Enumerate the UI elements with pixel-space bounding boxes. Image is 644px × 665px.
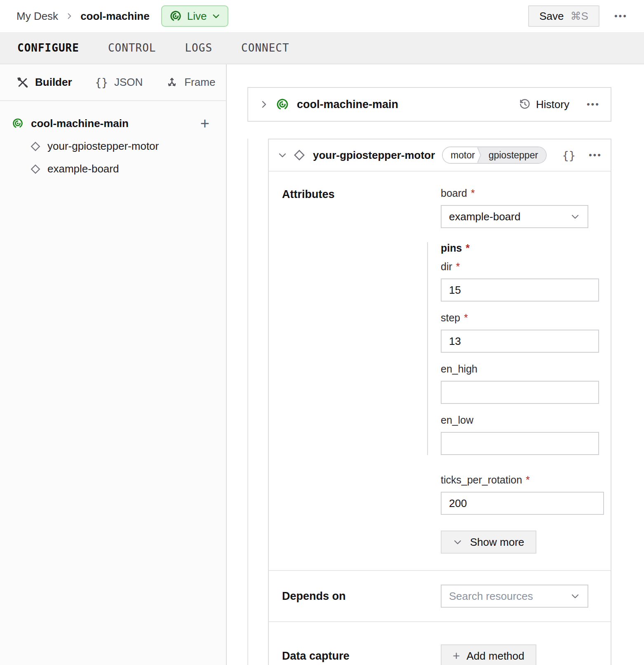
tree-item-gpiostepper-motor-label: your-gpiostepper-motor <box>47 140 159 153</box>
attributes-heading: Attributes <box>282 187 441 554</box>
topbar-actions: Save ⌘S ••• <box>528 5 628 27</box>
viam-logo-icon <box>169 9 182 23</box>
part-more-menu-button[interactable]: ••• <box>587 100 600 109</box>
en-high-field-label: en_high <box>441 363 605 375</box>
machine-part-title: cool-machine-main <box>297 98 398 111</box>
expand-part-chevron-button[interactable] <box>259 99 269 109</box>
required-marker: * <box>526 474 530 486</box>
component-json-toggle-button[interactable]: {} <box>562 150 576 161</box>
data-capture-section: Data capture + Add method <box>269 622 611 665</box>
tree-item-machine-main[interactable]: cool-machine-main + <box>12 112 211 135</box>
resource-tree: cool-machine-main + your-gpiostepper-mot… <box>0 101 226 180</box>
en-low-input[interactable] <box>441 432 599 455</box>
step-field-label: step * <box>441 312 605 324</box>
en-high-field: en_high <box>441 363 605 404</box>
component-diamond-icon <box>293 149 306 162</box>
en-high-input[interactable] <box>441 381 599 404</box>
show-more-label: Show more <box>470 536 524 549</box>
machine-nav-tabs: CONFIGURE CONTROL LOGS CONNECT <box>0 32 644 64</box>
pins-group-label: pins * <box>441 242 605 254</box>
view-tab-frame[interactable]: Frame <box>166 76 215 89</box>
builder-tools-icon <box>16 76 29 89</box>
step-input[interactable] <box>441 330 599 353</box>
tab-configure[interactable]: CONFIGURE <box>17 42 79 54</box>
breadcrumb-my-desk[interactable]: My Desk <box>16 10 58 23</box>
component-model-label: gpiostepper <box>484 147 546 163</box>
save-shortcut-hint: ⌘S <box>571 10 588 23</box>
add-component-button[interactable]: + <box>199 116 211 131</box>
content-area: Builder {} JSON Frame <box>0 64 644 665</box>
attributes-section: Attributes board * example-board <box>269 172 611 570</box>
en-low-field: en_low <box>441 414 605 455</box>
required-marker: * <box>464 312 468 324</box>
depends-on-heading: Depends on <box>282 590 441 603</box>
save-button[interactable]: Save ⌘S <box>528 5 599 27</box>
view-tab-builder[interactable]: Builder <box>16 76 72 89</box>
dir-field: dir * <box>441 261 605 302</box>
breadcrumb-separator-icon <box>65 12 73 20</box>
save-button-label: Save <box>539 10 564 23</box>
depends-on-section: Depends on Search resources <box>269 571 611 621</box>
board-select-value: example-board <box>449 210 570 223</box>
config-view-tabs: Builder {} JSON Frame <box>0 64 226 101</box>
badge-chevron-divider <box>477 147 484 163</box>
breadcrumb-machine-name: cool-machine <box>80 10 150 23</box>
depends-on-placeholder: Search resources <box>449 590 570 603</box>
required-marker: * <box>471 187 475 199</box>
machine-more-menu-button[interactable]: ••• <box>614 12 628 21</box>
dir-field-label: dir * <box>441 261 605 273</box>
frame-axes-icon <box>166 76 178 89</box>
chevron-down-icon <box>453 537 463 547</box>
pins-object-group: pins * dir * <box>427 242 605 455</box>
config-main-panel: cool-machine-main History ••• <box>227 64 644 665</box>
ticks-per-rotation-label: ticks_per_rotation * <box>441 474 605 486</box>
viam-part-icon <box>12 117 24 130</box>
chevron-down-icon <box>212 12 221 21</box>
depends-on-select[interactable]: Search resources <box>441 585 588 608</box>
show-more-button[interactable]: Show more <box>441 531 536 554</box>
chevron-down-icon <box>570 591 580 601</box>
machine-part-actions: History ••• <box>519 98 600 111</box>
add-method-label: Add method <box>467 650 524 663</box>
component-more-menu-button[interactable]: ••• <box>589 151 602 160</box>
viam-part-icon <box>275 97 289 111</box>
live-status-dropdown[interactable]: Live <box>161 5 229 27</box>
board-field-label: board * <box>441 187 605 199</box>
history-button[interactable]: History <box>519 98 569 111</box>
plus-icon: + <box>453 650 460 662</box>
component-card-header: your-gpiostepper-motor motor gpiostepper… <box>269 139 611 172</box>
attributes-fields: board * example-board <box>441 187 605 554</box>
chevron-down-icon <box>570 212 580 222</box>
view-tab-json[interactable]: {} JSON <box>95 76 143 89</box>
tree-item-example-board[interactable]: example-board <box>30 158 211 180</box>
live-status-label: Live <box>187 10 207 23</box>
tab-logs[interactable]: LOGS <box>185 42 212 54</box>
breadcrumb: My Desk cool-machine <box>16 10 150 23</box>
tab-control[interactable]: CONTROL <box>108 42 156 54</box>
collapse-component-chevron-button[interactable] <box>277 150 287 160</box>
tree-item-gpiostepper-motor[interactable]: your-gpiostepper-motor <box>30 135 211 158</box>
braces-icon: {} <box>95 76 108 89</box>
component-type-badge: motor gpiostepper <box>442 146 547 164</box>
tab-connect[interactable]: CONNECT <box>241 42 289 54</box>
history-button-label: History <box>536 98 569 111</box>
tree-item-machine-main-label: cool-machine-main <box>31 117 129 130</box>
add-method-button[interactable]: + Add method <box>441 644 536 665</box>
view-tab-builder-label: Builder <box>35 76 72 89</box>
ticks-per-rotation-field: ticks_per_rotation * <box>441 474 605 515</box>
part-components-group: your-gpiostepper-motor motor gpiostepper… <box>247 139 644 665</box>
ticks-per-rotation-input[interactable] <box>441 492 604 515</box>
machine-part-card: cool-machine-main History ••• <box>247 87 611 122</box>
component-diamond-icon <box>30 141 41 152</box>
data-capture-heading: Data capture <box>282 650 441 663</box>
board-select[interactable]: example-board <box>441 205 588 228</box>
dir-input[interactable] <box>441 278 599 302</box>
component-title: your-gpiostepper-motor <box>313 149 435 162</box>
en-low-field-label: en_low <box>441 414 605 426</box>
view-tab-frame-label: Frame <box>184 76 215 89</box>
component-type-label: motor <box>443 147 477 163</box>
required-marker: * <box>456 261 460 273</box>
top-bar: My Desk cool-machine Live Save ⌘S ••• <box>0 0 644 32</box>
view-tab-json-label: JSON <box>114 76 143 89</box>
component-card-gpiostepper: your-gpiostepper-motor motor gpiostepper… <box>268 139 611 665</box>
